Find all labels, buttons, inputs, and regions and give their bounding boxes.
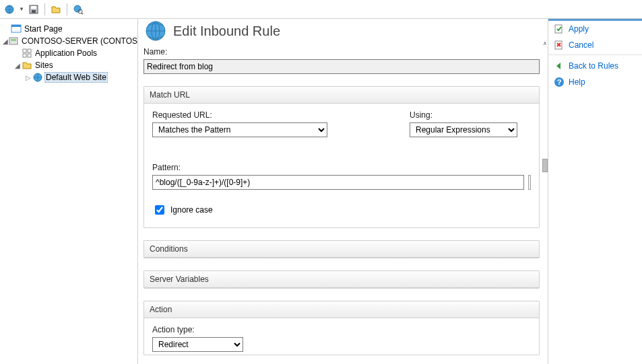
pattern-input[interactable]: [152, 175, 524, 190]
using-label: Using:: [410, 110, 531, 120]
globe-search-icon[interactable]: [71, 3, 85, 16]
name-label: Name:: [143, 47, 540, 57]
section-header-conditions[interactable]: Conditions: [144, 241, 539, 258]
tree-sites[interactable]: ◢ Sites: [3, 59, 135, 71]
svg-text:?: ?: [557, 78, 562, 86]
rule-name-input[interactable]: [143, 59, 540, 74]
section-header-match-url[interactable]: Match URL: [144, 87, 539, 104]
caret-expanded-icon[interactable]: ◢: [13, 62, 22, 69]
section-header-server-variables[interactable]: Server Variables: [144, 271, 539, 288]
svg-rect-3: [32, 10, 36, 13]
sites-folder-icon: [22, 60, 32, 71]
scrollbar-thumb[interactable]: [542, 159, 548, 172]
toolbar-separator: [67, 3, 67, 15]
start-page-icon: [11, 24, 22, 34]
ignore-case-input[interactable]: [155, 205, 164, 215]
website-globe-icon: [32, 72, 43, 83]
apply-action[interactable]: Apply: [548, 21, 642, 37]
section-header-action[interactable]: Action: [144, 301, 539, 318]
toolbar: ▼: [0, 0, 642, 19]
server-icon: [8, 36, 19, 46]
svg-line-6: [82, 13, 83, 14]
back-to-rules-action[interactable]: Back to Rules: [548, 58, 642, 74]
help-icon: ?: [554, 77, 565, 87]
caret-expanded-icon[interactable]: ◢: [3, 38, 8, 45]
svg-rect-14: [23, 54, 26, 57]
apply-icon: [554, 24, 565, 34]
svg-rect-11: [11, 40, 16, 41]
cancel-action[interactable]: Cancel: [548, 37, 642, 55]
svg-rect-13: [28, 49, 31, 52]
pattern-label: Pattern:: [152, 163, 531, 172]
back-arrow-icon: [554, 61, 565, 71]
tree-start-page[interactable]: Start Page: [3, 23, 135, 35]
caret-collapsed-icon[interactable]: ▷: [24, 74, 32, 81]
scroll-up-icon[interactable]: ∧: [542, 39, 548, 47]
using-select[interactable]: Regular Expressions: [410, 122, 517, 137]
svg-rect-10: [11, 39, 16, 40]
conditions-section: Conditions: [143, 240, 540, 258]
svg-rect-8: [11, 25, 21, 27]
svg-rect-15: [28, 54, 31, 57]
svg-rect-2: [31, 6, 36, 9]
requested-url-label: Requested URL:: [152, 110, 327, 120]
svg-rect-19: [555, 25, 562, 33]
toolbar-separator: [44, 3, 45, 15]
save-icon[interactable]: [27, 3, 40, 16]
action-type-select[interactable]: Redirect: [152, 337, 243, 352]
connections-tree: Start Page ◢ CONTOSO-SERVER (CONTOSO App…: [0, 19, 138, 364]
cancel-icon: [554, 40, 565, 50]
folder-open-icon[interactable]: [49, 3, 63, 16]
action-type-label: Action type:: [152, 325, 531, 334]
tree-default-web-site[interactable]: ▷ Default Web Site: [3, 71, 135, 83]
test-pattern-button[interactable]: [528, 175, 531, 190]
app-pools-icon: [22, 48, 32, 59]
globe-nav-icon[interactable]: [3, 3, 16, 16]
svg-point-4: [74, 5, 81, 12]
help-action[interactable]: ? Help: [548, 74, 642, 90]
page-title: Edit Inbound Rule: [143, 19, 540, 43]
ignore-case-checkbox[interactable]: Ignore case: [152, 203, 531, 217]
requested-url-select[interactable]: Matches the Pattern: [152, 122, 327, 137]
tree-server[interactable]: ◢ CONTOSO-SERVER (CONTOSO: [3, 35, 135, 47]
actions-panel: Apply Cancel Back to Rules ? Help: [548, 19, 642, 364]
match-url-section: Match URL Requested URL: Matches the Pat…: [143, 86, 540, 228]
server-variables-section: Server Variables: [143, 270, 540, 289]
svg-rect-12: [23, 49, 26, 52]
dropdown-caret-icon[interactable]: ▼: [19, 6, 24, 12]
globe-large-icon: [143, 19, 168, 43]
action-section: Action Action type: Redirect: [143, 301, 540, 355]
center-panel: ∧ Edit Inbound Rule Name: Match URL Req: [138, 19, 548, 364]
tree-app-pools[interactable]: Application Pools: [3, 47, 135, 59]
